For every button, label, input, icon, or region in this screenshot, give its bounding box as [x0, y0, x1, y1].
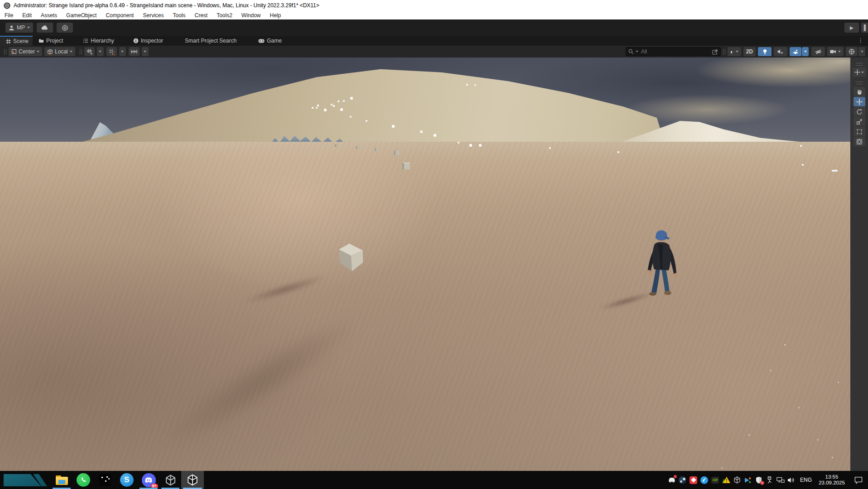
hidden-objects-toggle[interactable] [811, 47, 825, 56]
tab-project[interactable]: Project [33, 36, 69, 46]
scene-search-box[interactable] [626, 47, 721, 56]
grid-visibility-dropdown[interactable] [97, 47, 104, 56]
discord-tray-icon[interactable] [668, 476, 676, 484]
menu-item-component[interactable]: Component [101, 11, 138, 19]
tab-game[interactable]: Game [252, 36, 288, 46]
tool-transform[interactable] [854, 137, 865, 146]
snap-dropdown[interactable] [119, 47, 126, 56]
tool-move[interactable] [854, 97, 865, 106]
distant-cube[interactable] [375, 148, 379, 151]
shading-sphere-icon: ◐ [730, 49, 734, 55]
taskbar-discord[interactable]: 9+ [138, 471, 159, 489]
folder-icon [39, 38, 44, 43]
menu-item-edit[interactable]: Edit [18, 11, 36, 19]
nvidia-tray-icon[interactable] [711, 476, 719, 484]
distant-cube[interactable] [394, 151, 400, 155]
menu-item-file[interactable]: File [0, 11, 18, 19]
tab-label: Scene [13, 38, 29, 44]
snap-toggle-button[interactable] [106, 47, 117, 56]
drag-handle[interactable] [723, 49, 725, 55]
menu-item-help[interactable]: Help [265, 11, 286, 19]
pivot-dropdown[interactable]: Center [9, 47, 42, 56]
strange-island-logo[interactable] [4, 474, 47, 486]
grey-cube[interactable] [338, 241, 366, 273]
defender-tray-icon[interactable]: × [755, 476, 763, 484]
taskbar-screen-app[interactable] [94, 471, 116, 489]
tool-view-hand[interactable] [854, 87, 865, 96]
taskbar-whatsapp[interactable] [72, 471, 94, 489]
scene-lighting-toggle[interactable] [758, 47, 772, 56]
menu-item-gameobject[interactable]: GameObject [62, 11, 101, 19]
tool-scale[interactable] [854, 117, 865, 126]
kebab-menu-icon[interactable]: ⋮ [858, 37, 863, 44]
taskbar-skype[interactable]: S [116, 471, 138, 489]
blue-wave-tray-icon[interactable] [700, 476, 709, 484]
grid-visibility-button[interactable] [84, 47, 95, 56]
pebbles [0, 58, 1, 59]
tool-rotate[interactable] [854, 107, 865, 116]
drag-handle[interactable] [80, 49, 82, 55]
orientation-dropdown[interactable]: Local [44, 47, 75, 56]
speaker-tray-icon[interactable] [787, 476, 796, 484]
account-dropdown[interactable]: MP [5, 23, 33, 33]
taskbar-unity-hub[interactable] [159, 471, 181, 489]
male-character[interactable] [634, 224, 680, 299]
menu-item-window[interactable]: Window [237, 11, 265, 19]
menu-item-crest[interactable]: Crest [190, 11, 212, 19]
cloud-button[interactable] [37, 23, 53, 33]
pause-button[interactable]: ▌ [861, 23, 868, 33]
tab-scene[interactable]: Scene [0, 36, 33, 46]
snap-increment-button[interactable] [129, 47, 140, 56]
distant-cube[interactable] [356, 146, 360, 149]
unity-hub-icon [165, 475, 176, 486]
effects-dropdown[interactable] [802, 47, 809, 56]
2d-label: 2D [746, 48, 753, 55]
distant-cube[interactable] [402, 163, 410, 169]
list-icon [83, 38, 88, 43]
open-in-window-icon[interactable] [712, 49, 718, 55]
language-indicator[interactable]: ENG [798, 477, 814, 483]
search-filter-chevron[interactable] [636, 51, 638, 53]
tab-hierarchy[interactable]: Hierarchy [77, 36, 120, 46]
camera-settings-dropdown[interactable] [827, 47, 844, 56]
menu-item-tools2[interactable]: Tools2 [212, 11, 237, 19]
network-tray-icon[interactable] [776, 476, 785, 484]
effects-toggle[interactable] [790, 47, 801, 56]
tool-rect[interactable] [854, 127, 865, 136]
unity-logo-icon [4, 2, 10, 9]
distant-cube[interactable] [335, 144, 338, 147]
scene-gizmo-dropdown[interactable] [858, 47, 865, 56]
overlay-drag-handle[interactable] [856, 63, 863, 66]
menu-item-assets[interactable]: Assets [36, 11, 62, 19]
scene-viewport[interactable] [0, 58, 850, 471]
overlay-nav-button[interactable] [853, 67, 866, 77]
arrow-app-tray-icon[interactable] [744, 476, 752, 484]
menu-item-services[interactable]: Services [138, 11, 168, 19]
audio-toggle[interactable] [774, 47, 787, 56]
title-bar: Administrator: Strange Island pre-alpha … [0, 0, 868, 11]
tab-inspector[interactable]: Inspector [127, 36, 169, 46]
taskbar-unity-editor[interactable] [181, 471, 204, 489]
info-icon [133, 38, 139, 43]
tab-smart-project-search[interactable]: Smart Project Search [179, 36, 242, 46]
red-app-tray-icon[interactable] [690, 476, 698, 484]
drag-handle[interactable] [4, 49, 6, 55]
taskbar-file-explorer[interactable] [51, 471, 72, 489]
search-input[interactable] [640, 48, 710, 55]
warning-tree-tray-icon[interactable] [722, 476, 730, 484]
overlay-drag-handle[interactable] [856, 82, 863, 84]
2d-toggle-button[interactable]: 2D [743, 47, 756, 56]
snap-increment-dropdown[interactable] [142, 47, 149, 56]
scene-gizmo-button[interactable] [846, 47, 858, 56]
clock[interactable]: 13:55 23.09.2025 [816, 474, 847, 486]
axis-gizmo-icon [849, 48, 855, 55]
action-center-icon[interactable] [854, 476, 863, 484]
overlay-strip [850, 58, 868, 471]
menu-item-tools[interactable]: Tools [168, 11, 190, 19]
steam-tray-icon[interactable] [679, 476, 687, 484]
unity-tray-icon[interactable] [733, 476, 741, 484]
shading-mode-dropdown[interactable]: ◐ [728, 47, 741, 56]
play-button[interactable]: ▶ [844, 23, 859, 33]
services-button[interactable] [57, 23, 73, 33]
usb-tray-icon[interactable] [766, 476, 774, 484]
